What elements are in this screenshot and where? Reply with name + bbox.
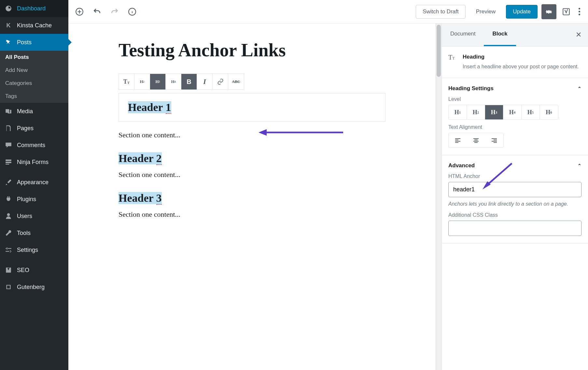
css-class-input[interactable] — [448, 221, 581, 236]
svg-rect-2 — [563, 8, 569, 15]
panel-toggle-heading[interactable]: Heading Settings⌃ — [448, 85, 581, 92]
switch-to-draft-button[interactable]: Switch to Draft — [416, 5, 466, 19]
sidebar-item-kinsta[interactable]: KKinsta Cache — [0, 17, 68, 34]
heading-block-3[interactable]: Header 3 — [119, 192, 385, 204]
sidebar-item-plugins[interactable]: Plugins — [0, 191, 68, 208]
media-icon — [5, 107, 12, 115]
sidebar-item-media[interactable]: Media — [0, 103, 68, 120]
sidebar-item-ninja[interactable]: Ninja Forms — [0, 154, 68, 171]
level-h4[interactable]: H4 — [503, 105, 522, 119]
align-center[interactable] — [467, 133, 485, 147]
page-icon — [5, 124, 12, 132]
settings-toggle[interactable] — [541, 4, 556, 19]
css-label: Additional CSS Class — [448, 212, 581, 218]
wrench-icon — [5, 229, 12, 237]
tab-block[interactable]: Block — [484, 23, 516, 46]
posts-submenu: All Posts Add New Categories Tags — [0, 51, 68, 103]
comment-icon — [5, 141, 12, 149]
post-title[interactable]: Testing Anchor Links — [119, 40, 385, 61]
admin-sidebar: Dashboard KKinsta Cache Posts All Posts … — [0, 0, 68, 370]
annotation-arrow-1 — [259, 128, 343, 137]
sidebar-label: Dashboard — [17, 5, 46, 12]
user-icon — [5, 212, 12, 220]
sidebar-label: Gutenberg — [17, 284, 45, 291]
sidebar-label: Posts — [17, 39, 32, 46]
sidebar-item-dashboard[interactable]: Dashboard — [0, 0, 68, 17]
sidebar-label: Ninja Forms — [17, 159, 49, 166]
scrollbar[interactable] — [436, 23, 441, 370]
scroll-thumb[interactable] — [437, 25, 441, 77]
editor-canvas[interactable]: Testing Anchor Links TT H2 H3 H4 B I ABC… — [68, 23, 436, 370]
block-title: Heading — [463, 54, 579, 60]
panel-toggle-advanced[interactable]: Advanced⌃ — [448, 162, 581, 169]
submenu-add-new[interactable]: Add New — [0, 64, 68, 77]
transform-button[interactable]: TT — [119, 74, 134, 89]
h2-button[interactable]: H2 — [134, 74, 150, 89]
sidebar-item-appearance[interactable]: Appearance — [0, 174, 68, 191]
gutenberg-icon — [5, 283, 12, 291]
align-left[interactable] — [449, 133, 467, 147]
level-h3[interactable]: H3 — [485, 105, 503, 119]
update-button[interactable]: Update — [506, 5, 538, 19]
italic-button[interactable]: I — [197, 74, 213, 89]
yoast-button[interactable] — [560, 6, 572, 18]
sidebar-label: Media — [17, 108, 33, 115]
sidebar-item-settings[interactable]: Settings — [0, 241, 68, 258]
paragraph-block[interactable]: Section one content... — [119, 171, 385, 179]
chevron-up-icon: ⌃ — [578, 86, 581, 91]
paragraph-block[interactable]: Section one content... — [119, 131, 385, 139]
align-label: Text Alignment — [448, 124, 581, 130]
sidebar-label: Pages — [17, 125, 34, 132]
undo-button[interactable] — [91, 6, 103, 18]
anchor-label: HTML Anchor — [448, 173, 581, 179]
level-h5[interactable]: H5 — [522, 105, 540, 119]
level-h1[interactable]: H1 — [449, 105, 467, 119]
plug-icon — [5, 195, 12, 203]
form-icon — [5, 158, 12, 166]
sidebar-item-tools[interactable]: Tools — [0, 225, 68, 241]
sidebar-item-users[interactable]: Users — [0, 208, 68, 225]
bold-button[interactable]: B — [181, 74, 197, 89]
submenu-all-posts[interactable]: All Posts — [0, 51, 68, 64]
h3-button[interactable]: H3 — [150, 74, 166, 89]
heading-block-1[interactable]: Header 1 — [119, 93, 385, 122]
editor-toolbar: Switch to Draft Preview Update — [68, 0, 588, 23]
sidebar-item-pages[interactable]: Pages — [0, 120, 68, 137]
tab-document[interactable]: Document — [442, 23, 484, 46]
heading-icon: TT — [448, 54, 457, 71]
yoast-icon — [5, 266, 12, 274]
close-inspector-button[interactable]: ✕ — [569, 23, 588, 46]
html-anchor-input[interactable] — [448, 182, 581, 197]
paragraph-block[interactable]: Section one content... — [119, 210, 385, 219]
sidebar-label: Tools — [17, 230, 31, 237]
dashboard-icon — [5, 5, 12, 12]
redo-button[interactable] — [109, 6, 120, 18]
info-button[interactable] — [126, 6, 138, 18]
sidebar-item-comments[interactable]: Comments — [0, 137, 68, 154]
anchor-help: Anchors lets you link directly to a sect… — [448, 200, 581, 208]
brush-icon — [5, 178, 12, 186]
link-button[interactable] — [213, 74, 228, 89]
align-selector — [448, 133, 504, 148]
sidebar-item-seo[interactable]: SEO — [0, 262, 68, 279]
preview-button[interactable]: Preview — [469, 5, 502, 18]
h4-button[interactable]: H4 — [166, 74, 181, 89]
align-right[interactable] — [485, 133, 503, 147]
level-selector: H1 H2 H3 H4 H5 H6 — [448, 105, 558, 120]
sidebar-label: Appearance — [17, 179, 49, 186]
submenu-tags[interactable]: Tags — [0, 90, 68, 103]
sidebar-item-posts[interactable]: Posts — [0, 34, 68, 51]
sidebar-label: Comments — [17, 142, 45, 149]
level-h2[interactable]: H2 — [467, 105, 485, 119]
strike-button[interactable]: ABC — [228, 74, 244, 89]
level-h6[interactable]: H6 — [540, 105, 558, 119]
sliders-icon — [5, 246, 12, 254]
sidebar-label: SEO — [17, 267, 29, 274]
submenu-categories[interactable]: Categories — [0, 77, 68, 90]
annotation-arrow-2 — [481, 162, 513, 191]
add-block-button[interactable] — [74, 6, 85, 18]
block-description: Insert a headline above your post or pag… — [463, 63, 579, 71]
sidebar-item-gutenberg[interactable]: Gutenberg — [0, 279, 68, 295]
heading-block-2[interactable]: Header 2 — [119, 152, 385, 165]
more-menu[interactable] — [576, 5, 583, 18]
